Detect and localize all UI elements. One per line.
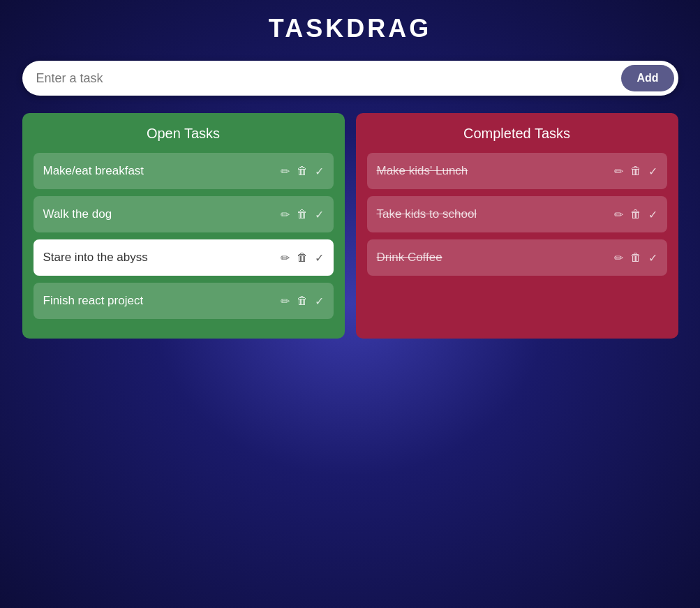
open-tasks-column: Open Tasks Make/eat breakfast ✏ 🗑 ✓ Walk…	[22, 113, 345, 339]
completed-task-1-label: Make kids' Lunch	[377, 164, 614, 178]
open-task-4-edit-icon[interactable]: ✏	[281, 295, 290, 308]
open-task-2-edit-icon[interactable]: ✏	[281, 208, 290, 221]
open-task-3-check-icon[interactable]: ✓	[315, 251, 324, 265]
completed-task-1-check-icon[interactable]: ✓	[648, 165, 657, 178]
completed-task-3-check-icon[interactable]: ✓	[648, 251, 657, 265]
open-task-2-check-icon[interactable]: ✓	[315, 208, 324, 221]
completed-task-2-edit-icon[interactable]: ✏	[614, 208, 623, 221]
add-button[interactable]: Add	[621, 65, 673, 91]
open-task-4-label: Finish react project	[43, 294, 281, 308]
task-input-bar: Add	[22, 61, 678, 96]
open-task-4: Finish react project ✏ 🗑 ✓	[33, 283, 334, 319]
completed-task-3-delete-icon[interactable]: 🗑	[630, 251, 641, 264]
completed-tasks-title: Completed Tasks	[367, 126, 667, 142]
completed-task-3: Drink Coffee ✏ 🗑 ✓	[367, 239, 667, 276]
completed-task-2-actions: ✏ 🗑 ✓	[614, 208, 657, 221]
open-task-1-check-icon[interactable]: ✓	[315, 165, 324, 178]
open-task-4-actions: ✏ 🗑 ✓	[281, 295, 324, 308]
completed-task-2: Take kids to school ✏ 🗑 ✓	[367, 196, 667, 232]
open-task-2-label: Walk the dog	[43, 207, 281, 221]
completed-task-1: Make kids' Lunch ✏ 🗑 ✓	[367, 153, 667, 189]
open-task-1-edit-icon[interactable]: ✏	[281, 165, 290, 178]
open-task-3-edit-icon[interactable]: ✏	[281, 251, 290, 265]
open-task-1-delete-icon[interactable]: 🗑	[297, 165, 308, 177]
completed-task-3-label: Drink Coffee	[377, 251, 614, 265]
completed-task-2-label: Take kids to school	[377, 207, 614, 221]
open-task-3-actions: ✏ 🗑 ✓	[281, 251, 324, 265]
completed-task-2-check-icon[interactable]: ✓	[648, 208, 657, 221]
open-task-3-input[interactable]	[43, 251, 281, 265]
open-task-3: ✏ 🗑 ✓	[33, 239, 334, 276]
open-task-1-label: Make/eat breakfast	[43, 164, 281, 178]
open-tasks-title: Open Tasks	[33, 126, 334, 142]
completed-tasks-column: Completed Tasks Make kids' Lunch ✏ 🗑 ✓ T…	[356, 113, 678, 339]
open-task-3-delete-icon[interactable]: 🗑	[297, 251, 308, 264]
open-task-2: Walk the dog ✏ 🗑 ✓	[33, 196, 334, 232]
open-task-1-actions: ✏ 🗑 ✓	[281, 165, 324, 178]
completed-task-1-edit-icon[interactable]: ✏	[614, 165, 623, 178]
task-input[interactable]	[36, 71, 622, 86]
open-task-4-check-icon[interactable]: ✓	[315, 295, 324, 308]
completed-task-1-delete-icon[interactable]: 🗑	[630, 165, 641, 177]
completed-task-2-delete-icon[interactable]: 🗑	[630, 208, 641, 221]
completed-task-3-edit-icon[interactable]: ✏	[614, 251, 623, 265]
open-task-4-delete-icon[interactable]: 🗑	[297, 295, 308, 307]
completed-task-1-actions: ✏ 🗑 ✓	[614, 165, 657, 178]
columns-container: Open Tasks Make/eat breakfast ✏ 🗑 ✓ Walk…	[22, 113, 678, 339]
open-task-2-delete-icon[interactable]: 🗑	[297, 208, 308, 221]
completed-task-3-actions: ✏ 🗑 ✓	[614, 251, 657, 265]
open-task-1: Make/eat breakfast ✏ 🗑 ✓	[33, 153, 334, 189]
app-title: TASKDRAG	[269, 14, 431, 43]
open-task-2-actions: ✏ 🗑 ✓	[281, 208, 324, 221]
